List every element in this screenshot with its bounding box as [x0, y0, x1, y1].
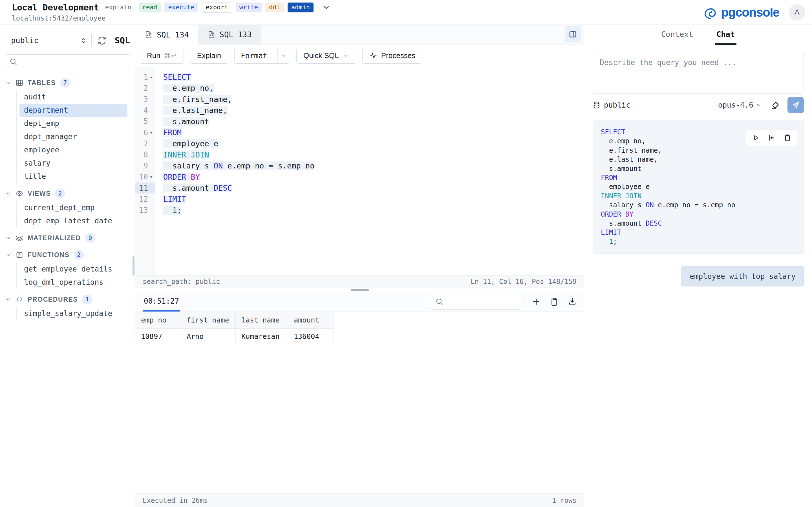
sql-editor[interactable]: 1▾23456▾78910▾111213 SELECT e.emp_no, e.… [135, 67, 584, 276]
section-header-views[interactable]: VIEWS2 [5, 187, 130, 200]
sidebar-item-current_dept_emp[interactable]: current_dept_emp [19, 201, 128, 214]
sidebar-search-input[interactable] [5, 54, 130, 69]
column-header-emp_no[interactable]: emp_no [135, 312, 181, 329]
editor-tab-sql-133[interactable]: SQL 133 [198, 25, 261, 44]
connection-chevron-down-icon[interactable] [321, 3, 331, 12]
sql-token: LIMIT [601, 228, 621, 236]
sql-token: s.amount [163, 117, 209, 126]
copy-results-clipboard-icon[interactable] [550, 297, 559, 306]
gutter-line-2[interactable]: 2 [135, 82, 155, 94]
format-dropdown-button[interactable] [277, 48, 290, 63]
section-header-procedures[interactable]: PROCEDURES1 [5, 293, 130, 306]
fold-marker-icon[interactable]: ▾ [148, 74, 154, 80]
code-line-3[interactable]: e.first_name, [163, 94, 584, 105]
format-button[interactable]: Format [234, 48, 290, 64]
splitter-grip[interactable] [351, 289, 369, 291]
sql-token: e.emp_no = s.emp_no [654, 201, 735, 209]
code-line-13[interactable]: 1; [163, 205, 584, 216]
add-result-tab-icon[interactable] [531, 297, 541, 306]
sidebar-item-dept_emp[interactable]: dept_emp [19, 117, 128, 130]
run-button[interactable]: Run ⌘↵ [140, 48, 184, 64]
insert-to-editor-icon[interactable] [768, 134, 776, 142]
chat-prompt-input[interactable] [593, 52, 804, 94]
sidebar-item-employee[interactable]: employee [19, 144, 128, 157]
gutter-line-5[interactable]: 5 [135, 116, 155, 127]
sidebar-item-audit[interactable]: audit [19, 91, 128, 104]
fold-marker-icon[interactable]: ▾ [148, 130, 154, 135]
section-header-functions[interactable]: FUNCTIONS2 [5, 248, 130, 262]
code-line-11[interactable]: s.amount DESC [163, 182, 584, 193]
copy-snippet-clipboard-icon[interactable] [783, 134, 792, 142]
code-line-1[interactable]: SELECT [163, 71, 584, 82]
code-line-12[interactable]: LIMIT [163, 193, 584, 205]
sql-token [601, 238, 609, 245]
gutter-line-7[interactable]: 7 [135, 138, 155, 149]
code-line-7[interactable]: employee e [163, 138, 584, 149]
column-header-first_name[interactable]: first_name [181, 312, 236, 329]
gutter-line-12[interactable]: 12 [135, 193, 155, 205]
processes-button[interactable]: Processes [362, 48, 422, 64]
cursor-position-status: Ln 11, Col 16, Pos 148/159 [470, 278, 576, 286]
format-label[interactable]: Format [235, 48, 273, 63]
permission-badge-write: write [236, 3, 262, 12]
assistant-tab-context[interactable]: Context [659, 25, 695, 45]
sidebar-scrollbar[interactable] [133, 256, 135, 276]
schema-select[interactable]: public [5, 33, 92, 48]
permission-badges: explainreadexecuteexportwriteddladmin [105, 2, 313, 12]
quick-sql-button[interactable]: Quick SQL [296, 48, 356, 64]
code-line-2[interactable]: e.emp_no, [163, 82, 584, 94]
code-line-5[interactable]: s.amount [163, 116, 584, 127]
panel-splitter[interactable] [135, 288, 584, 292]
gutter-line-8[interactable]: 8 [135, 149, 155, 160]
table-cell: 136004 [288, 329, 334, 344]
sidebar-item-dept_emp_latest_date[interactable]: dept_emp_latest_date [19, 214, 128, 228]
sidebar-item-simple_salary_update[interactable]: simple_salary_update [19, 307, 128, 320]
sidebar-item-get_employee_details[interactable]: get_employee_details [19, 263, 128, 276]
editor-code-area[interactable]: SELECT e.emp_no, e.first_name, e.last_na… [155, 67, 584, 276]
sql-token: BY [191, 173, 200, 181]
gutter-line-11[interactable]: 11 [135, 182, 155, 193]
column-header-amount[interactable]: amount [288, 312, 334, 329]
run-snippet-play-icon[interactable] [752, 134, 760, 142]
gutter-line-6[interactable]: 6▾ [135, 127, 155, 138]
code-line-10[interactable]: ORDER BY [163, 172, 584, 182]
refresh-icon[interactable] [97, 36, 107, 45]
gutter-line-10[interactable]: 10▾ [135, 172, 155, 182]
fold-marker-icon[interactable]: ▾ [148, 174, 154, 180]
send-button[interactable] [788, 97, 804, 113]
results-search-input[interactable] [431, 294, 521, 309]
code-line-8[interactable]: INNER JOIN [163, 149, 584, 160]
clear-chat-eraser-icon[interactable] [770, 100, 781, 110]
statement-highlight: FROM [163, 128, 182, 137]
sidebar-item-log_dml_operations[interactable]: log_dml_operations [19, 276, 128, 289]
gutter-line-1[interactable]: 1▾ [135, 71, 155, 82]
code-line-6[interactable]: FROM [163, 127, 584, 138]
sidebar-item-title[interactable]: title [19, 170, 128, 183]
assistant-sql-response: SELECT e.emp_no, e.first_name, e.last_na… [593, 120, 804, 254]
top-header: Local Development explainreadexecuteexpo… [0, 0, 812, 25]
result-timer-tab[interactable]: 00:51:27 [143, 292, 180, 312]
sidebar-item-salary[interactable]: salary [19, 157, 128, 170]
download-results-icon[interactable] [567, 297, 577, 306]
gutter-line-3[interactable]: 3 [135, 94, 155, 105]
sidebar-item-department[interactable]: department [19, 104, 128, 117]
split-panel-button[interactable] [565, 26, 581, 43]
gutter-line-13[interactable]: 13 [135, 205, 155, 216]
assistant-tab-chat[interactable]: Chat [715, 25, 737, 45]
code-line-4[interactable]: e.last_name, [163, 105, 584, 116]
code-line-9[interactable]: salary s ON e.emp_no = s.emp_no [163, 160, 584, 171]
sidebar-item-dept_manager[interactable]: dept_manager [19, 130, 128, 144]
sql-mode-label[interactable]: SQL [115, 36, 130, 45]
editor-tab-sql-134[interactable]: SQL 134 [135, 25, 198, 45]
gutter-line-9[interactable]: 9 [135, 160, 155, 171]
column-header-last_name[interactable]: last_name [236, 312, 288, 329]
model-selector[interactable]: opus-4.6 [718, 101, 762, 109]
context-schema[interactable]: public [593, 101, 630, 109]
table-row[interactable]: 10897ArnoKumaresan136004 [135, 329, 584, 344]
section-header-materialized[interactable]: MATERIALIZED0 [5, 231, 130, 244]
explain-button[interactable]: Explain [190, 48, 228, 64]
gutter-line-4[interactable]: 4 [135, 105, 155, 116]
user-avatar[interactable]: A [789, 4, 805, 20]
line-number: 13 [139, 206, 148, 214]
section-header-tables[interactable]: TABLES7 [5, 76, 130, 89]
